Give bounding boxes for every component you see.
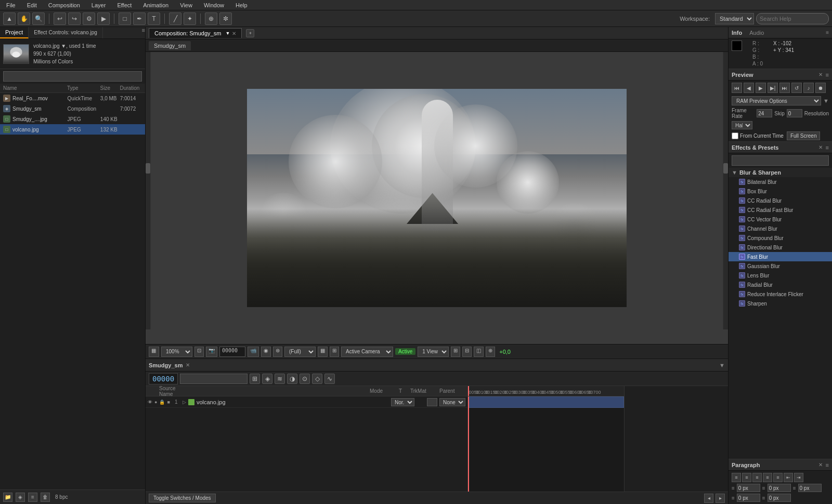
indent-input-3[interactable] (798, 484, 822, 492)
effects-menu-btn[interactable]: ≡ (826, 144, 829, 151)
go-to-start-btn[interactable]: ⏮ (732, 83, 742, 93)
menu-composition[interactable]: Composition (46, 1, 82, 9)
viewer-scrollbar-right[interactable] (723, 52, 728, 329)
rect-tool-btn[interactable]: □ (119, 12, 131, 25)
comp-tab-smudgy[interactable]: Composition: Smudgy_sm ▼ ✕ (149, 28, 242, 38)
audio-btn[interactable]: ♪ (803, 83, 814, 93)
roto-tool-btn[interactable]: ✼ (219, 12, 232, 25)
effect-item-directional-blur[interactable]: fx Directional Blur (729, 243, 832, 252)
effect-item[interactable]: fx Lens Blur (729, 271, 832, 280)
transparency-btn[interactable]: ▦ (318, 347, 328, 357)
label-color[interactable]: ■ (167, 400, 170, 405)
file-row[interactable]: □ Smudgy_....jpg JPEG 140 KB (0, 114, 145, 124)
effect-item[interactable]: fx CC Radial Fast Blur (729, 205, 832, 215)
effect-item[interactable]: fx Radial Blur (729, 280, 832, 289)
layer-trk-mat[interactable] (427, 398, 437, 406)
menu-effect[interactable]: Effect (115, 1, 134, 9)
new-folder-btn[interactable]: 📁 (3, 493, 12, 502)
delete-btn[interactable]: 🗑 (41, 493, 50, 502)
solo-btn[interactable]: ◈ (262, 374, 272, 384)
motion-blur-btn[interactable]: ≋ (275, 374, 285, 384)
overlap-btn[interactable]: ⊕ (486, 347, 495, 357)
redo-btn[interactable]: ↪ (68, 12, 81, 25)
paragraph-close-btn[interactable]: ✕ (818, 462, 823, 468)
safe-zones-btn[interactable]: ▦ (149, 347, 159, 357)
camera-icon-btn[interactable]: 📹 (248, 347, 259, 357)
paragraph-menu-btn[interactable]: ≡ (826, 462, 829, 468)
align-justify-btn[interactable]: ≡ (763, 473, 772, 482)
align-center-btn[interactable]: ≡ (742, 473, 751, 482)
indent-input-2[interactable] (768, 484, 791, 492)
effects-close-btn[interactable]: ✕ (818, 144, 823, 150)
live-update-btn[interactable]: ⊙ (300, 374, 310, 384)
new-comp-btn[interactable]: ◈ (16, 493, 25, 502)
file-row[interactable]: □ volcano.jpg JPEG 132 KB (0, 124, 145, 135)
menu-window[interactable]: Window (202, 1, 226, 9)
effect-item[interactable]: fx Sharpen (729, 299, 832, 308)
solo-dot[interactable]: ● (154, 400, 157, 405)
snap-btn[interactable]: ◫ (474, 347, 484, 357)
draft-3d-btn[interactable]: ◑ (287, 374, 297, 384)
effect-item[interactable]: fx Gaussian Blur (729, 261, 832, 271)
timeline-nav-left[interactable]: ◂ (704, 494, 713, 503)
zoom-tool-btn[interactable]: 🔍 (32, 12, 45, 25)
indent-input-1[interactable] (737, 484, 760, 492)
go-forward-frame-btn[interactable]: ▶| (768, 83, 778, 93)
file-row[interactable]: ▶ Real_Fo....mov QuickTime 3,0 MB 7:0014 (0, 93, 145, 103)
new-tab-btn[interactable]: + (246, 29, 254, 37)
brush-tool-btn[interactable]: ╱ (169, 12, 181, 25)
toggle-switches-btn[interactable]: Toggle Switches / Modes (149, 494, 216, 502)
color-channels-btn[interactable]: ◉ (261, 347, 271, 357)
menu-edit[interactable]: Edit (25, 1, 39, 9)
exposure-btn[interactable]: ⊛ (273, 347, 282, 357)
settings-btn[interactable]: ⚙ (83, 12, 95, 25)
zoom-select[interactable]: 100% (161, 347, 192, 357)
effect-item[interactable]: fx Reduce Interlace Flicker (729, 289, 832, 299)
expand-arrow[interactable]: ▷ (183, 400, 186, 405)
keyframe-btn[interactable]: ◇ (312, 374, 322, 384)
info-close-btn[interactable]: ≡ (826, 30, 829, 35)
effect-item-fast-blur[interactable]: fx Fast Blur (729, 252, 832, 261)
go-to-end-btn[interactable]: ⏭ (779, 83, 790, 93)
text-tool-btn[interactable]: T (148, 12, 160, 25)
menu-file[interactable]: File (4, 1, 18, 9)
view-select[interactable]: 1 View 2 Views 4 Views (418, 347, 449, 357)
menu-layer[interactable]: Layer (89, 1, 108, 9)
menu-help[interactable]: Help (233, 1, 250, 9)
camera-select[interactable]: Active Camera (341, 347, 393, 357)
visibility-eye[interactable]: 👁 (148, 400, 152, 405)
render-btn[interactable]: ▶ (97, 12, 110, 25)
loop-btn[interactable]: ↺ (791, 83, 802, 93)
pixel-aspect-btn[interactable]: ⊞ (330, 347, 339, 357)
timeline-timecode[interactable]: 00000 (149, 373, 178, 384)
effect-item[interactable]: fx Channel Blur (729, 224, 832, 233)
quality-select[interactable]: (Full) Half Quarter (284, 347, 316, 357)
hand-tool-btn[interactable]: ✋ (18, 12, 30, 25)
indent-input-5[interactable] (768, 494, 791, 502)
effect-item[interactable]: fx Bilateral Blur (729, 177, 832, 187)
tab-effect-controls[interactable]: Effect Controls: volcano.jpg (29, 27, 103, 38)
comp-tab-close[interactable]: ✕ (232, 31, 236, 36)
effect-item[interactable]: fx CC Radial Blur (729, 196, 832, 205)
effect-item[interactable]: fx CC Vector Blur (729, 215, 832, 224)
new-layer-btn[interactable]: ⊞ (250, 374, 260, 384)
preview-options-arrow[interactable]: ▼ (823, 98, 829, 104)
align-left-btn[interactable]: ≡ (732, 473, 741, 482)
resolution-select[interactable]: Half Full Quarter (732, 121, 752, 129)
lock-icon[interactable]: 🔒 (159, 400, 165, 405)
align-right-btn[interactable]: ≡ (752, 473, 762, 482)
layer-mode-select[interactable]: Nor... (391, 398, 414, 406)
inner-tab-smudgy[interactable]: Smudgy_sm (149, 41, 191, 50)
pen-tool-btn[interactable]: ✒ (133, 12, 146, 25)
timeline-nav-right[interactable]: ▸ (716, 494, 725, 503)
selection-tool-btn[interactable]: ▲ (3, 12, 16, 25)
tab-project[interactable]: Project (0, 27, 29, 38)
indent-right-btn[interactable]: ⇥ (794, 473, 803, 482)
viewer-scrollbar-left[interactable] (146, 52, 151, 329)
effect-item-compound-blur[interactable]: fx Compound Blur (729, 233, 832, 243)
indent-left-btn[interactable]: ⇤ (784, 473, 793, 482)
layer-bar[interactable] (468, 396, 624, 408)
blur-sharpen-category[interactable]: ▼ Blur & Sharpen (729, 168, 832, 177)
search-help-input[interactable] (756, 13, 829, 24)
workspace-select[interactable]: Standard (715, 13, 754, 24)
